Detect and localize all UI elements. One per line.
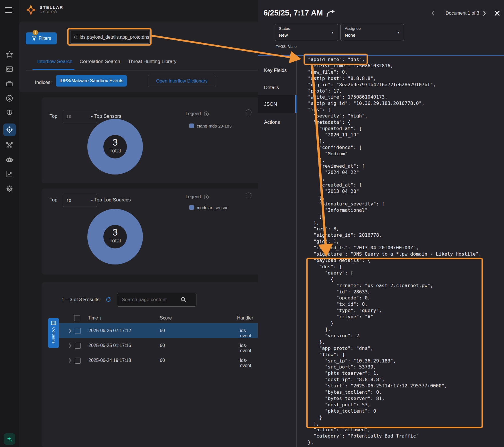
next-document-icon[interactable] [483, 10, 486, 16]
cell-time: 2025-06-24 19:17:18 [88, 358, 131, 363]
expand-row-icon[interactable] [68, 358, 72, 363]
results-count: 1 – 3 of 3 Results [62, 297, 99, 303]
ai-assistant-button[interactable] [4, 433, 15, 445]
filters-button[interactable]: Filters [26, 32, 57, 44]
cell-time: 2025-06-25 01:17:16 [88, 343, 131, 348]
tab-correlation-search[interactable]: Correlation Search [80, 59, 120, 64]
donut-total-label: Total [103, 148, 127, 154]
tab-details[interactable]: Details [264, 85, 279, 91]
brain-icon[interactable] [5, 109, 13, 117]
search-icon [74, 35, 77, 40]
sort-desc-icon: ↓ [99, 315, 101, 320]
sparkle-icon [6, 435, 13, 443]
legend-label: Legend [186, 194, 201, 199]
star-icon[interactable] [5, 50, 13, 58]
legend-toggle-circle[interactable] [246, 109, 251, 115]
dashboard-icon[interactable] [5, 65, 13, 73]
row-checkbox[interactable] [75, 328, 81, 334]
legend-expand-icon[interactable] [204, 111, 209, 116]
open-interflow-dictionary-button[interactable]: Open Interflow Dictionary [148, 75, 216, 87]
status-value: New [279, 33, 288, 38]
cell-score: 60 [160, 328, 165, 333]
table-row[interactable]: 2025-06-25 01:17:16 60 ids-event [59, 338, 258, 353]
donut-total-value: 3 [103, 137, 127, 148]
stellar-cyber-logo [24, 3, 38, 17]
json-document-body[interactable]: "appid_name": "dns", "receive_time": 175… [308, 56, 481, 446]
robot-icon[interactable] [5, 156, 13, 164]
row-checkbox[interactable] [75, 358, 81, 364]
close-icon[interactable] [494, 10, 500, 16]
sidebar [0, 0, 19, 447]
columns-tab-label: Columns [52, 327, 56, 344]
donut-total-value: 3 [103, 227, 127, 238]
graph-nodes-icon[interactable] [5, 141, 13, 149]
cell-time: 2025-06-25 07:17:12 [88, 328, 131, 333]
document-pagination: Document 1 of 3 [446, 11, 479, 16]
select-all-checkbox[interactable] [74, 315, 80, 321]
page-content-search-input[interactable] [121, 297, 180, 303]
donut-total-label: Total [103, 238, 127, 244]
assignee-dropdown[interactable]: Assignee None ▼ [340, 24, 404, 41]
top-label: Top [50, 197, 57, 203]
gear-icon[interactable] [5, 185, 13, 193]
search-icon [181, 297, 186, 303]
active-tab-bg [258, 95, 296, 113]
disc-icon[interactable] [5, 94, 13, 102]
column-header-score[interactable]: Score [160, 315, 172, 321]
tab-interflow-search[interactable]: Interflow Search [37, 59, 72, 64]
columns-tab[interactable]: Columns [48, 318, 59, 348]
rail-divider [296, 55, 297, 447]
top-count-dropdown[interactable]: 10 ▼ [63, 110, 97, 123]
columns-grid-icon [51, 321, 56, 325]
document-timestamp: 6/25/25, 7:17 AM [263, 9, 323, 17]
page-content-search[interactable] [117, 293, 196, 307]
sidebar-item-threat-hunting[interactable] [3, 123, 16, 136]
target-icon [5, 126, 13, 134]
legend-swatch[interactable] [189, 205, 194, 210]
query-search-box[interactable]: ids.payload_details.app_proto:dns [70, 31, 149, 44]
legend-label: Legend [186, 111, 201, 116]
active-tab-indicator [295, 95, 296, 113]
top-count-value: 10 [66, 198, 71, 203]
legend-swatch[interactable] [189, 123, 194, 128]
table-row[interactable]: 2025-06-25 07:17:12 60 ids-event [59, 323, 258, 338]
status-label: Status [279, 26, 290, 31]
column-header-handler[interactable]: Handler [237, 315, 253, 321]
share-forward-icon[interactable] [326, 9, 335, 18]
expand-row-icon[interactable] [68, 328, 72, 333]
row-checkbox[interactable] [75, 343, 81, 349]
filters-button-label: Filters [39, 36, 51, 41]
legend-toggle-circle[interactable] [246, 193, 251, 198]
refresh-icon[interactable] [105, 297, 111, 303]
cell-handler: ids-event [240, 358, 258, 368]
tab-actions[interactable]: Actions [264, 119, 280, 125]
table-row[interactable]: 2025-06-24 19:17:18 60 ids-event [59, 353, 258, 368]
filters-badge: 1 [33, 30, 38, 35]
prev-document-icon[interactable] [431, 10, 435, 16]
briefcase-icon[interactable] [5, 80, 13, 88]
chart-title: Top Log Sources [94, 197, 131, 203]
panel-top-accent [258, 55, 504, 56]
column-header-time[interactable]: Time ↓ [88, 315, 101, 321]
tags-label: TAGS: [276, 44, 287, 49]
analytics-icon[interactable] [5, 170, 13, 178]
chevron-down-icon: ▼ [90, 199, 93, 202]
tags-value: None [288, 44, 297, 49]
cell-score: 60 [160, 343, 165, 348]
assignee-value: None [345, 33, 355, 38]
status-dropdown[interactable]: Status New ▼ [275, 24, 338, 41]
active-tab-underline [32, 69, 74, 70]
expand-row-icon[interactable] [68, 343, 72, 348]
indices-primary-button[interactable]: IDPS/Malware Sandbox Events [56, 75, 127, 87]
tab-json[interactable]: JSON [264, 101, 277, 107]
top-count-dropdown[interactable]: 10 ▼ [63, 194, 97, 207]
brand-subname: CYBER® [40, 10, 57, 14]
cell-score: 60 [160, 358, 165, 363]
tab-key-fields[interactable]: Key Fields [264, 68, 287, 73]
legend-item-label: ctang-mds-29-183 [197, 123, 232, 128]
chart-title: Top Sensors [94, 113, 121, 119]
chevron-down-icon: ▼ [331, 31, 334, 34]
legend-expand-icon[interactable] [204, 195, 209, 199]
menu-icon[interactable] [5, 7, 12, 15]
tab-threat-hunting-library[interactable]: Threat Hunting Library [128, 59, 176, 64]
